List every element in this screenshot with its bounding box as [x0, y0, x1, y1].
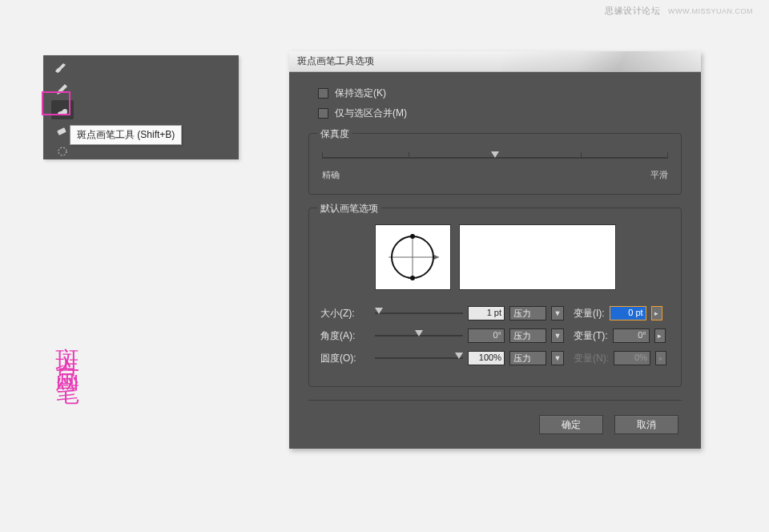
tool-tooltip: 斑点画笔工具 (Shift+B): [70, 125, 182, 145]
fidelity-legend: 保真度: [317, 127, 352, 141]
tool-strip: [51, 58, 77, 161]
brush-stroke-preview[interactable]: [459, 224, 616, 290]
angle-var-value[interactable]: 0°: [613, 328, 650, 343]
figure-caption: 斑点画笔: [48, 328, 86, 373]
angle-row: 角度(A): 0° 压力 ▼ 变量(T): 0° ▸: [320, 328, 670, 343]
default-brush-legend: 默认画笔选项: [317, 202, 381, 216]
dropdown-arrow-icon[interactable]: ▼: [551, 306, 564, 320]
watermark-text: 思缘设计论坛: [605, 6, 660, 15]
angle-label: 角度(A):: [320, 329, 370, 343]
fidelity-left-label: 精确: [322, 169, 340, 181]
size-var-value[interactable]: 0 pt: [610, 306, 646, 320]
cancel-button[interactable]: 取消: [614, 415, 678, 434]
svg-point-6: [410, 234, 415, 239]
watermark: 思缘设计论坛 WWW.MISSYUAN.COM: [605, 5, 753, 17]
fidelity-fieldset: 保真度 精确 平滑: [308, 133, 682, 195]
pencil-tool-icon[interactable]: [51, 79, 74, 99]
roundness-value[interactable]: 100%: [468, 351, 505, 365]
brush-preview: [320, 224, 670, 290]
fidelity-slider[interactable]: [322, 150, 668, 166]
stepper-icon: ▸: [655, 351, 666, 365]
size-row: 大小(Z): 1 pt 压力 ▼ 变量(I): 0 pt ▸: [320, 306, 670, 320]
default-brush-fieldset: 默认画笔选项 大小(Z):: [308, 208, 682, 387]
size-slider[interactable]: [375, 308, 463, 318]
dropdown-arrow-icon[interactable]: ▼: [551, 351, 564, 365]
brush-shape-preview[interactable]: [375, 224, 451, 290]
size-value[interactable]: 1 pt: [468, 306, 505, 320]
angle-slider[interactable]: [375, 331, 463, 341]
angle-var-label: 变量(T):: [574, 329, 608, 343]
keep-selected-label: 保持选定(K): [335, 87, 386, 100]
checkbox-icon: [318, 88, 328, 99]
ok-button[interactable]: 确定: [539, 415, 603, 434]
roundness-label: 圆度(O):: [320, 352, 370, 365]
svg-point-1: [58, 147, 66, 155]
size-mode-dropdown[interactable]: 压力: [509, 306, 546, 320]
stepper-icon[interactable]: ▸: [651, 306, 662, 320]
dialog-titlebar[interactable]: 斑点画笔工具选项: [289, 51, 701, 72]
svg-marker-3: [434, 255, 439, 260]
checkbox-icon: [318, 108, 328, 119]
blob-brush-tool-icon[interactable]: [51, 100, 74, 119]
angle-value[interactable]: 0°: [468, 328, 505, 343]
dropdown-arrow-icon[interactable]: ▼: [551, 328, 564, 343]
svg-point-7: [410, 276, 415, 280]
roundness-slider[interactable]: [375, 353, 463, 363]
roundness-mode-dropdown[interactable]: 压力: [509, 351, 546, 365]
merge-only-label: 仅与选区合并(M): [335, 107, 407, 120]
watermark-url: WWW.MISSYUAN.COM: [668, 7, 753, 15]
svg-rect-0: [57, 127, 66, 135]
roundness-var-value: 0%: [614, 351, 650, 365]
size-label: 大小(Z):: [320, 307, 370, 320]
paintbrush-tool-icon[interactable]: [51, 58, 74, 78]
stepper-icon[interactable]: ▸: [654, 328, 666, 343]
merge-only-checkbox[interactable]: 仅与选区合并(M): [318, 107, 682, 120]
blob-brush-options-dialog: 斑点画笔工具选项 保持选定(K) 仅与选区合并(M) 保真度 精确 平滑: [289, 51, 701, 449]
angle-mode-dropdown[interactable]: 压力: [509, 328, 546, 343]
keep-selected-checkbox[interactable]: 保持选定(K): [318, 87, 682, 100]
size-var-label: 变量(I):: [574, 307, 605, 320]
roundness-var-label: 变量(N):: [574, 352, 609, 365]
fidelity-right-label: 平滑: [650, 169, 668, 181]
dialog-title: 斑点画笔工具选项: [297, 54, 374, 68]
roundness-row: 圆度(O): 100% 压力 ▼ 变量(N): 0% ▸: [320, 351, 670, 365]
